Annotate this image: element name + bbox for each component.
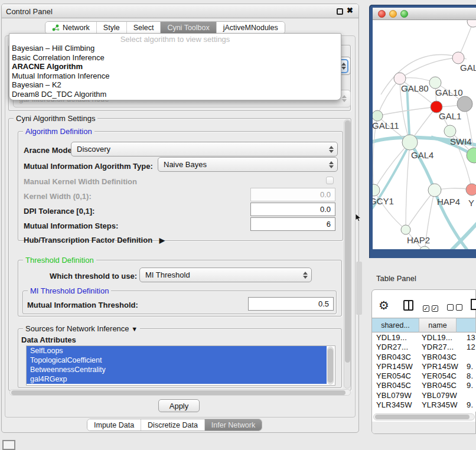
network-edge[interactable] — [406, 142, 410, 230]
sources-group-title[interactable]: Sources for Network Inference ▼ — [23, 324, 140, 333]
zoom-traffic-light[interactable] — [400, 10, 408, 18]
minimize-traffic-light[interactable] — [389, 10, 397, 18]
hub-definition-toggle[interactable]: Hub/Transcription Factor Definition ▶ — [24, 236, 165, 244]
mi-steps-label: Mutual Information Steps: — [24, 221, 118, 230]
table-row[interactable]: YBR045CYBR045C9. — [372, 381, 476, 390]
data-attribute-item[interactable]: TopologicalCoefficient — [27, 356, 327, 365]
data-attribute-item[interactable]: gal4RGexp — [27, 374, 327, 384]
network-node-hap4[interactable] — [428, 184, 441, 197]
network-window-titlebar[interactable] — [373, 8, 476, 20]
table-panel-footer — [372, 422, 475, 433]
collapse-arrow-icon: ▶ — [159, 236, 165, 244]
table-row[interactable]: YIL052CYIL052C9. — [372, 410, 476, 412]
chevron-updown-icon — [329, 159, 334, 171]
table-row[interactable]: YDL19...YDL19...13 — [372, 333, 476, 343]
select-all-columns-icon[interactable]: ✓✓ — [423, 302, 441, 313]
manual-kernel-checkbox[interactable] — [326, 177, 334, 184]
network-node-gal80[interactable] — [394, 73, 406, 84]
network-node[interactable] — [467, 148, 476, 163]
table-row[interactable]: YER054CYER054C8. — [372, 371, 476, 381]
network-node[interactable] — [419, 246, 430, 249]
apply-button[interactable]: Apply — [158, 399, 200, 412]
which-threshold-combobox[interactable]: MI Threshold — [139, 268, 312, 282]
dropdown-item[interactable]: Dream8 DC_TDC Algorithm — [9, 90, 341, 99]
dropdown-item[interactable]: Bayesian – K2 — [9, 80, 341, 90]
network-node-hap2[interactable] — [401, 225, 410, 234]
mi-steps-field[interactable]: 6 — [250, 217, 335, 231]
dropdown-item[interactable]: ARACNE Algorithm — [9, 62, 341, 71]
network-node-gal[interactable] — [452, 52, 464, 64]
tab-select[interactable]: Select — [127, 22, 161, 34]
show-columns-icon[interactable] — [403, 300, 413, 311]
settings-vertical-scrollbar[interactable] — [344, 119, 351, 389]
network-node-label: Y — [468, 198, 474, 208]
close-traffic-light[interactable] — [378, 10, 386, 18]
tab-jactivemnodules[interactable]: jActiveMNodules — [217, 22, 285, 34]
tab-cyni-toolbox[interactable]: Cyni Toolbox — [161, 22, 216, 34]
column-header-name[interactable]: name — [419, 318, 457, 332]
table-row[interactable]: YBL079WYBL079W — [372, 391, 476, 400]
table-cell: YBR043C — [372, 353, 418, 362]
unselect-all-columns-icon[interactable] — [447, 302, 465, 313]
table-cell: YDR27... — [418, 343, 455, 352]
dropdown-item[interactable]: Bayesian – Hill Climbing — [9, 44, 341, 53]
aracne-mode-combobox[interactable]: Discovery — [71, 142, 338, 156]
data-attribute-item[interactable]: BetweennessCentrality — [27, 365, 327, 374]
dpi-tolerance-field[interactable]: 0.0 — [250, 203, 335, 216]
table-row[interactable]: YDR27...YDR27...12 — [372, 343, 476, 352]
network-node-gal10[interactable] — [429, 77, 441, 89]
network-node-label: GAL80 — [401, 83, 429, 93]
network-node-y[interactable] — [466, 184, 476, 195]
kernel-width-field[interactable]: 0.0 — [250, 188, 335, 201]
table-horizontal-scrollbar[interactable] — [373, 413, 475, 420]
minimized-panel-stub[interactable] — [2, 440, 15, 450]
table-cell: 9. — [455, 381, 473, 390]
network-node[interactable] — [467, 20, 476, 27]
unchecked-box-icon — [456, 304, 462, 311]
network-node[interactable] — [457, 96, 472, 112]
attributes-list-scrollbar[interactable] — [327, 347, 334, 384]
tab-discretize-data[interactable]: Discretize Data — [141, 419, 205, 431]
dropdown-item[interactable]: Mutual Information Inference — [9, 71, 341, 81]
tab-jactivemnodules-label: jActiveMNodules — [223, 24, 278, 32]
chevron-updown-icon — [329, 144, 334, 155]
manual-kernel-label: Manual Kernel Width Definition — [24, 177, 137, 186]
data-attributes-label: Data Attributes — [21, 335, 76, 344]
network-node-gal11[interactable] — [373, 110, 383, 121]
mi-threshold-field[interactable]: 0.5 — [248, 297, 334, 311]
tab-network[interactable]: Network — [45, 22, 97, 34]
table-row[interactable]: YBR043CYBR043C — [372, 353, 476, 362]
data-attribute-item[interactable]: SelfLoops — [27, 346, 327, 356]
dropdown-item[interactable]: Basic Correlation Inference — [9, 53, 341, 63]
network-node-gal4[interactable] — [402, 135, 418, 150]
control-panel-titlebar[interactable] — [2, 4, 358, 18]
table-cell: 9. — [455, 362, 473, 371]
close-icon[interactable]: ✖ — [347, 6, 353, 15]
table-header-row: shared... name — [372, 318, 476, 332]
tab-impute-data[interactable]: Impute Data — [87, 419, 141, 431]
tab-infer-network[interactable]: Infer Network — [205, 419, 262, 431]
gear-icon[interactable]: ⚙ — [379, 298, 389, 312]
network-node-gcy1[interactable] — [373, 184, 380, 196]
mi-type-combobox[interactable]: Naive Bayes — [158, 157, 338, 172]
gutter-scrollbar[interactable] — [356, 262, 362, 315]
new-table-icon[interactable] — [471, 299, 476, 310]
network-canvas[interactable]: GALGAL80GAL10GAL1GAL11SWI4GAL4GCY1HAP4YH… — [373, 20, 476, 249]
tab-style[interactable]: Style — [97, 22, 127, 34]
table-cell: YBR043C — [418, 353, 455, 362]
table-row[interactable]: YLR345WYLR345W9. — [372, 400, 476, 410]
table-cell: YLR345W — [372, 400, 418, 410]
network-edge-thick[interactable] — [443, 223, 476, 249]
tab-discretize-data-label: Discretize Data — [148, 421, 198, 429]
network-node-swi4[interactable] — [444, 125, 456, 137]
float-window-icon[interactable] — [337, 8, 343, 15]
table-cell: 8. — [455, 371, 473, 381]
network-edge[interactable] — [400, 58, 458, 79]
network-node-label: HAP4 — [437, 197, 460, 207]
network-edge[interactable] — [377, 79, 400, 116]
table-row[interactable]: YPR145WYPR145W9. — [372, 362, 476, 371]
column-header-clipped[interactable] — [457, 318, 476, 332]
column-header-shared-name[interactable]: shared... — [372, 318, 419, 332]
settings-horizontal-scrollbar[interactable] — [9, 389, 351, 396]
network-edge[interactable] — [374, 142, 410, 190]
